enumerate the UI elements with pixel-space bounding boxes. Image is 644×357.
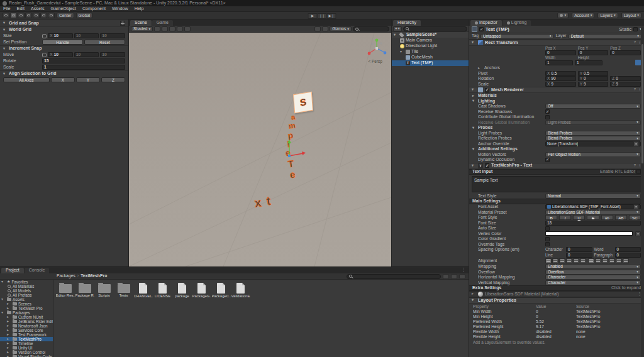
tree-item-vs-code-editor[interactable]: Visual Studio Code Editor <box>0 354 53 357</box>
grid-visibility-icon[interactable] <box>314 26 321 31</box>
link-icon[interactable] <box>42 34 47 38</box>
foldout-icon[interactable] <box>478 66 482 70</box>
override-tags-checkbox[interactable] <box>545 242 550 246</box>
tab-hierarchy[interactable]: Hierarchy <box>393 20 421 26</box>
align-middle-button[interactable] <box>595 258 601 263</box>
move-z-field[interactable]: 10 <box>100 52 125 57</box>
blueprint-mode-icon[interactable] <box>635 60 641 65</box>
link-icon[interactable] <box>42 53 47 57</box>
increment-snap-header[interactable]: Increment Snap <box>0 45 128 52</box>
word-spacing-field[interactable]: 0 <box>615 247 641 252</box>
character-spacing-field[interactable]: 0 <box>566 247 592 252</box>
align-top-button[interactable] <box>588 258 594 263</box>
asset-folder[interactable]: Scripts <box>94 282 114 299</box>
align-geometry-button[interactable] <box>580 258 586 263</box>
probes-foldout[interactable]: Probes <box>469 125 644 131</box>
play-button[interactable]: ▶ <box>308 13 318 19</box>
align-baseline-button[interactable] <box>609 258 615 263</box>
menu-gameobject[interactable]: GameObject <box>48 6 79 12</box>
foldout-icon[interactable] <box>1 280 6 284</box>
asset-file[interactable]: package <box>172 282 192 299</box>
align-bottom-button[interactable] <box>602 258 608 263</box>
project-search-input[interactable] <box>353 274 439 278</box>
additional-settings-foldout[interactable]: Additional Settings <box>469 146 644 152</box>
rect-tool-icon[interactable] <box>33 13 40 18</box>
scene-lighting-icon[interactable] <box>162 26 168 31</box>
tmp-text-header[interactable]: TextMeshPro - Text <box>469 163 644 169</box>
foldout-icon[interactable] <box>472 298 476 302</box>
foldout-icon[interactable] <box>472 87 476 92</box>
material-preview-bar[interactable]: LiberationSans SDF Material (Material) <box>469 291 644 297</box>
help-icon[interactable] <box>634 87 636 92</box>
scrollbar-thumb[interactable] <box>641 44 643 163</box>
align-right-button[interactable] <box>559 258 565 263</box>
overflow-dropdown[interactable]: Overflow <box>545 270 641 275</box>
bold-button[interactable]: B <box>545 215 557 220</box>
active-checkbox[interactable] <box>479 27 484 31</box>
vertex-color-swatch[interactable] <box>545 231 633 236</box>
anchors-foldout-row[interactable]: Anchors <box>469 65 644 71</box>
rotation-x-field[interactable]: X90 <box>545 76 576 81</box>
grid-size-x-field[interactable]: X10 <box>48 33 73 38</box>
foldout-icon[interactable] <box>3 21 8 25</box>
align-all-axes-button[interactable]: All Axes <box>3 77 50 82</box>
extra-settings-section[interactable]: Extra Settings Click to expand <box>469 285 644 291</box>
menu-component[interactable]: Component <box>79 6 109 12</box>
handle-button[interactable]: Handle <box>42 40 83 45</box>
layout-dropdown[interactable]: Layout <box>621 13 641 18</box>
reset-button[interactable]: Reset <box>84 40 125 45</box>
asset-folder[interactable]: Package R... <box>75 282 94 299</box>
foldout-icon[interactable] <box>472 126 477 130</box>
hierarchy-item-text-tmp[interactable]: Text (TMP) <box>392 60 469 66</box>
asset-file[interactable]: ValidationE... <box>231 282 250 299</box>
width-field[interactable]: 1 <box>545 60 573 65</box>
world-grid-header[interactable]: World Grid <box>0 26 128 33</box>
menu-window[interactable]: Window <box>109 6 131 12</box>
material-preset-dropdown[interactable]: LiberationSans SDF Material <box>545 210 641 215</box>
panel-menu-icon[interactable] <box>461 267 466 273</box>
search-by-type-icon[interactable] <box>443 274 449 279</box>
pivot-y-field[interactable]: Y0.5 <box>578 71 609 76</box>
shading-mode-dropdown[interactable]: Shaded <box>131 26 153 31</box>
account-dropdown[interactable]: Account <box>572 13 594 18</box>
hierarchy-item-directional-light[interactable]: Directional Light <box>392 43 469 49</box>
rtl-checkbox[interactable] <box>636 170 641 174</box>
rotate-field[interactable]: 15 <box>42 58 125 63</box>
receive-shadows-checkbox[interactable] <box>545 109 550 114</box>
pause-button[interactable]: ❘❘ <box>318 13 327 19</box>
layers-dropdown[interactable]: Layers <box>597 13 618 18</box>
asset-folder[interactable]: Editor Res... <box>55 282 75 299</box>
rect-transform-header[interactable]: Rect Transform <box>469 40 644 46</box>
align-selection-header[interactable]: Align Selection to Grid <box>0 70 128 77</box>
tab-console[interactable]: Console <box>25 268 50 273</box>
help-icon[interactable] <box>634 163 636 168</box>
paragraph-spacing-field[interactable]: 0 <box>615 253 641 258</box>
lighting-foldout[interactable]: Lighting <box>469 99 644 104</box>
foldout-icon[interactable] <box>472 147 477 151</box>
wrapping-dropdown[interactable]: Enabled <box>545 264 641 269</box>
grid-settings-icon[interactable] <box>120 21 125 26</box>
strikethrough-button[interactable]: S <box>587 215 599 220</box>
line-spacing-field[interactable]: 0 <box>566 253 592 258</box>
align-flush-button[interactable] <box>573 258 579 263</box>
italic-button[interactable]: I <box>559 215 571 220</box>
eyedropper-icon[interactable] <box>635 231 641 236</box>
hierarchy-item-cubemesh[interactable]: CubeMesh <box>392 55 469 60</box>
breadcrumb-root[interactable]: Packages <box>57 273 75 278</box>
scale-z-field[interactable]: Z9 <box>610 82 641 87</box>
menu-file[interactable]: File <box>0 6 14 12</box>
perspective-label[interactable]: < Persp <box>368 59 382 64</box>
move-tool-icon[interactable] <box>10 13 17 18</box>
tab-game[interactable]: Game <box>152 20 173 26</box>
tab-project[interactable]: Project <box>1 268 24 273</box>
orientation-toggle-button[interactable]: Global <box>76 13 93 18</box>
search-by-label-icon[interactable] <box>451 274 457 279</box>
scale-x-field[interactable]: X9 <box>545 82 576 87</box>
orientation-gizmo[interactable] <box>366 38 387 59</box>
breadcrumb-current[interactable]: TextMeshPro <box>80 273 107 278</box>
align-capline-button[interactable] <box>623 258 629 263</box>
scale-field[interactable]: 1 <box>42 65 125 70</box>
text-letter[interactable]: m <box>288 121 296 131</box>
auto-size-checkbox[interactable] <box>545 226 550 231</box>
foldout-icon[interactable] <box>472 292 476 296</box>
